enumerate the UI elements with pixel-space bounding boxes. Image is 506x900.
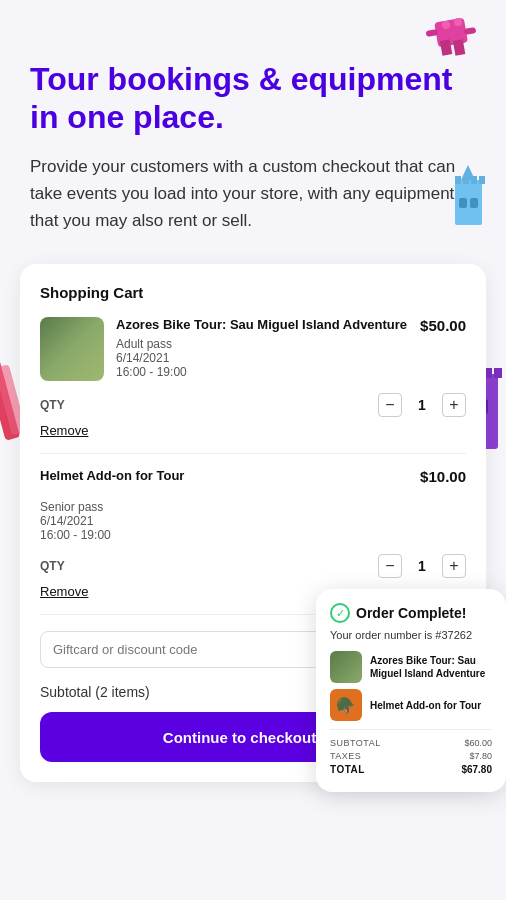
order-complete-card: ✓ Order Complete! Your order number is #… — [316, 589, 506, 792]
hero-section: Tour bookings & equipment in one place. … — [0, 0, 506, 254]
svg-rect-13 — [471, 176, 477, 184]
cart-item-time-2: 16:00 - 19:00 — [40, 528, 420, 542]
order-item-row-1: Azores Bike Tour: Sau Miguel Island Adve… — [330, 651, 492, 683]
qty-decrease-btn-2[interactable]: − — [378, 554, 402, 578]
cart-item-price: $50.00 — [420, 317, 466, 334]
svg-rect-26 — [494, 368, 502, 378]
order-item-name-1: Azores Bike Tour: Sau Miguel Island Adve… — [370, 654, 492, 680]
qty-controls-2: − 1 + — [378, 554, 466, 578]
cart-item-details-2: Helmet Add-on for Tour Senior pass 6/14/… — [40, 468, 420, 542]
order-total-label: TOTAL — [330, 764, 365, 775]
svg-rect-12 — [463, 176, 469, 184]
cart-item-price-2: $10.00 — [420, 468, 466, 485]
subtotal-label: Subtotal (2 items) — [40, 684, 150, 700]
order-total-value: $67.80 — [461, 764, 492, 775]
order-subtotal-value: $60.00 — [464, 738, 492, 748]
qty-label-1: QTY — [40, 398, 65, 412]
cart-item-name-2: Helmet Add-on for Tour — [40, 468, 420, 485]
order-taxes-row: TAXES $7.80 — [330, 751, 492, 761]
cart-item-pass-2: Senior pass — [40, 500, 420, 514]
checkout-label: Continue to checkout — [163, 729, 316, 746]
hero-title: Tour bookings & equipment in one place. — [30, 60, 476, 137]
cart-item-date: 6/14/2021 — [116, 351, 420, 365]
order-item-thumb-2: 🪖 — [330, 689, 362, 721]
svg-rect-9 — [459, 198, 467, 208]
check-circle-icon: ✓ — [330, 603, 350, 623]
divider-1 — [40, 453, 466, 454]
order-taxes-label: TAXES — [330, 751, 361, 761]
order-total-row: TOTAL $67.80 — [330, 764, 492, 775]
order-subtotal-label: SUBTOTAL — [330, 738, 381, 748]
qty-increase-btn-2[interactable]: + — [442, 554, 466, 578]
order-taxes-value: $7.80 — [469, 751, 492, 761]
qty-value-2: 1 — [412, 558, 432, 574]
order-item-thumb-1 — [330, 651, 362, 683]
svg-rect-11 — [455, 176, 461, 184]
deco-robot-icon — [416, 10, 486, 74]
cart-item-image-placeholder — [40, 317, 104, 381]
order-subtotal-row: SUBTOTAL $60.00 — [330, 738, 492, 748]
order-number: Your order number is #37262 — [330, 629, 492, 641]
remove-link-2[interactable]: Remove — [40, 584, 88, 599]
qty-controls-1: − 1 + — [378, 393, 466, 417]
cart-title: Shopping Cart — [40, 284, 466, 301]
cart-item-image — [40, 317, 104, 381]
qty-increase-btn-1[interactable]: + — [442, 393, 466, 417]
cart-item-name: Azores Bike Tour: Sau Miguel Island Adve… — [116, 317, 420, 334]
cart-item: Azores Bike Tour: Sau Miguel Island Adve… — [40, 317, 466, 381]
deco-castle-blue-icon — [441, 160, 496, 244]
qty-value-1: 1 — [412, 397, 432, 413]
order-item-row-2: 🪖 Helmet Add-on for Tour — [330, 689, 492, 721]
qty-row-1: QTY − 1 + — [40, 393, 466, 417]
svg-rect-14 — [479, 176, 485, 184]
cart-item-details: Azores Bike Tour: Sau Miguel Island Adve… — [104, 317, 420, 379]
cart-item-pass: Adult pass — [116, 337, 420, 351]
qty-row-2: QTY − 1 + — [40, 554, 466, 578]
cart-item-2: Helmet Add-on for Tour Senior pass 6/14/… — [40, 468, 466, 542]
order-item-name-2: Helmet Add-on for Tour — [370, 699, 481, 712]
hero-subtitle: Provide your customers with a custom che… — [30, 153, 476, 235]
qty-decrease-btn-1[interactable]: − — [378, 393, 402, 417]
svg-rect-10 — [470, 198, 478, 208]
cart-item-date-2: 6/14/2021 — [40, 514, 420, 528]
cards-container: Shopping Cart Azores Bike Tour: Sau Migu… — [0, 264, 506, 782]
order-complete-header: ✓ Order Complete! — [330, 603, 492, 623]
cart-item-time: 16:00 - 19:00 — [116, 365, 420, 379]
qty-label-2: QTY — [40, 559, 65, 573]
order-complete-title: Order Complete! — [356, 605, 466, 621]
order-summary-divider — [330, 729, 492, 730]
remove-link-1[interactable]: Remove — [40, 423, 88, 438]
